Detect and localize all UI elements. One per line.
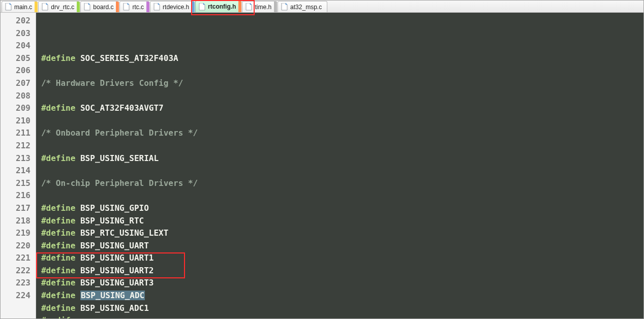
file-icon <box>42 3 48 11</box>
tab-strip: main.cdrv_rtc.cboard.crtc.crtdevice.hrtc… <box>1 1 643 13</box>
tab-accent <box>192 2 195 12</box>
tab-label: rtc.c <box>132 4 144 11</box>
code-line: #define BSP_USING_ADC <box>41 290 643 302</box>
line-number: 214 <box>16 165 30 177</box>
line-number: 224 <box>16 290 30 302</box>
line-number: 211 <box>16 127 30 140</box>
tab-rtconfig-h[interactable]: rtconfig.h <box>195 1 241 12</box>
code-line: #define SOC_SERIES_AT32F403A <box>41 52 643 65</box>
line-number: 205 <box>16 52 30 65</box>
file-icon <box>281 3 288 11</box>
tab-accent <box>274 2 277 12</box>
preproc-define: #define <box>41 203 75 213</box>
line-number: 221 <box>16 252 30 265</box>
line-number: 207 <box>16 77 30 90</box>
tab-accent <box>146 2 149 12</box>
comment: /* Onboard Peripheral Drivers */ <box>41 128 198 138</box>
tab-main-c[interactable]: main.c <box>2 1 38 12</box>
macro-name: BSP_RTC_USING_LEXT <box>80 228 168 238</box>
preproc-define: #define <box>41 53 75 63</box>
code-line <box>41 90 643 103</box>
code-line <box>41 115 643 127</box>
file-icon <box>199 3 205 11</box>
line-number: 208 <box>16 90 30 103</box>
preproc-define: #define <box>41 253 75 263</box>
file-icon <box>84 3 90 11</box>
code-line: #define BSP_USING_RTC <box>41 215 643 228</box>
editor-window: main.cdrv_rtc.cboard.crtc.crtdevice.hrtc… <box>0 0 644 319</box>
line-number: 212 <box>16 140 30 152</box>
macro-name: BSP_USING_UART2 <box>80 266 154 275</box>
code-line <box>41 140 643 152</box>
macro-name: BSP_USING_ADC1 <box>80 303 149 313</box>
code-line: #define BSP_USING_SERIAL <box>41 152 643 165</box>
code-line: #define BSP_USING_UART1 <box>41 252 643 265</box>
code-line: #endif <box>41 314 643 318</box>
preproc-define: #define <box>41 103 75 113</box>
tab-board-c[interactable]: board.c <box>80 1 119 12</box>
file-icon <box>123 3 130 11</box>
macro-name: BSP_USING_RTC <box>80 216 144 226</box>
code-line: /* Hardware Drivers Config */ <box>41 77 643 90</box>
file-icon <box>154 3 160 11</box>
line-number: 216 <box>16 189 30 202</box>
tab-rtc-c[interactable]: rtc.c <box>119 1 149 12</box>
line-number: 218 <box>16 215 30 228</box>
preproc-define: #define <box>41 153 75 163</box>
macro-name: SOC_SERIES_AT32F403A <box>80 53 178 63</box>
line-number: 204 <box>16 40 30 52</box>
tab-time-h[interactable]: time.h <box>242 1 277 12</box>
tab-label: rtconfig.h <box>208 3 236 10</box>
line-number: 202 <box>16 15 30 27</box>
tab-label: at32_msp.c <box>290 4 322 11</box>
code-line: #define BSP_USING_UART3 <box>41 277 643 290</box>
file-icon <box>5 3 12 11</box>
preproc-define: #define <box>41 228 75 238</box>
macro-name: BSP_USING_UART <box>80 241 149 250</box>
code-line: /* Onboard Peripheral Drivers */ <box>41 127 643 140</box>
line-number: 220 <box>16 240 30 252</box>
preproc-define: #define <box>41 278 75 288</box>
editor-area: 2022032042052062072082092102112122132142… <box>1 13 643 318</box>
macro-name: BSP_USING_ADC <box>80 291 145 300</box>
tab-label: board.c <box>93 4 113 11</box>
macro-name: BSP_USING_UART3 <box>80 278 154 288</box>
code-view[interactable]: #define SOC_SERIES_AT32F403A /* Hardware… <box>36 13 643 318</box>
preproc-define: #define <box>41 216 75 226</box>
comment: /* On-chip Peripheral Drivers */ <box>41 178 198 188</box>
code-line <box>41 65 643 77</box>
code-line: #define BSP_USING_GPIO <box>41 202 643 215</box>
preproc-define: #define <box>41 303 75 313</box>
preproc-define: #define <box>41 241 75 250</box>
tab-accent <box>77 2 80 12</box>
line-number: 215 <box>16 177 30 190</box>
tab-accent <box>35 2 38 12</box>
line-number: 203 <box>16 27 30 40</box>
tab-label: rtdevice.h <box>163 4 189 11</box>
tab-label: main.c <box>14 4 32 11</box>
code-line: #define SOC_AT32F403AVGT7 <box>41 102 643 115</box>
line-number: 210 <box>16 115 30 127</box>
line-number: 222 <box>16 265 30 277</box>
code-line: #define BSP_USING_UART2 <box>41 265 643 277</box>
macro-name: BSP_USING_SERIAL <box>80 153 159 163</box>
preproc-define: #define <box>41 266 75 275</box>
tab-accent <box>116 2 119 12</box>
comment: /* Hardware Drivers Config */ <box>41 78 183 88</box>
tab-at32_msp-c[interactable]: at32_msp.c <box>278 1 327 12</box>
tab-rtdevice-h[interactable]: rtdevice.h <box>150 1 195 12</box>
code-line: /* On-chip Peripheral Drivers */ <box>41 177 643 190</box>
code-line <box>41 189 643 202</box>
line-number: 219 <box>16 227 30 240</box>
code-line: #define BSP_USING_UART <box>41 240 643 252</box>
tab-accent <box>238 1 241 12</box>
tab-label: time.h <box>255 4 271 11</box>
tab-drv_rtc-c[interactable]: drv_rtc.c <box>38 1 80 12</box>
line-number: 213 <box>16 152 30 165</box>
macro-name: BSP_USING_UART1 <box>80 253 154 263</box>
preproc-endif: #endif <box>41 315 71 318</box>
macro-name: BSP_USING_GPIO <box>80 203 149 213</box>
code-line: #define BSP_RTC_USING_LEXT <box>41 227 643 240</box>
line-number: 223 <box>16 277 30 290</box>
line-number: 206 <box>16 65 30 77</box>
